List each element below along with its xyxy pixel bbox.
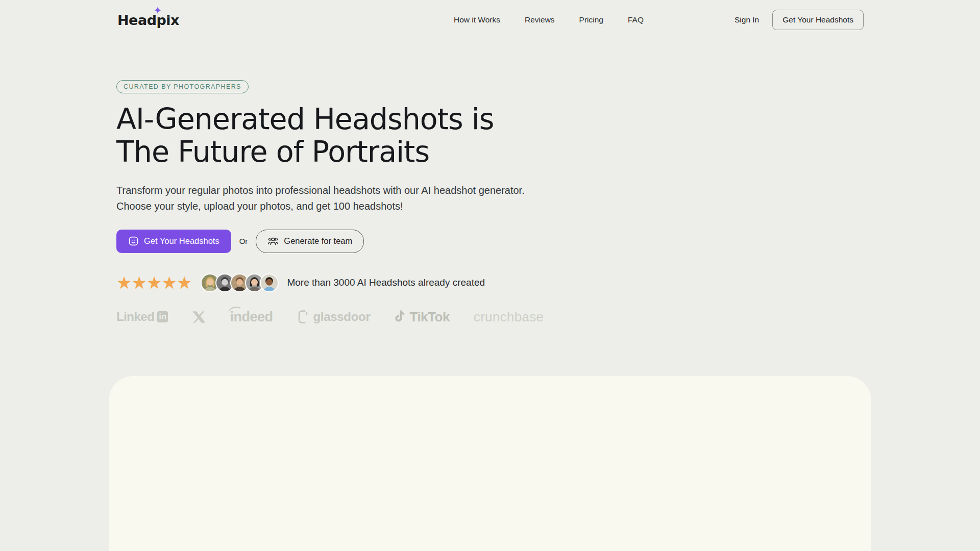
hero-description: Transform your regular photos into profe…: [116, 183, 980, 214]
content-panel: [109, 376, 871, 551]
indeed-logo: indeed: [230, 309, 273, 325]
tiktok-note-icon: [394, 310, 406, 324]
glassdoor-wordmark: glassdoor: [313, 310, 370, 324]
headpix-logo[interactable]: Headpix: [117, 12, 179, 28]
secondary-cta-label: Generate for team: [284, 236, 352, 246]
star-icon: ★: [146, 273, 161, 292]
title-line-2: The Future of Portraits: [116, 135, 980, 168]
sign-in-link[interactable]: Sign In: [734, 15, 759, 24]
cta-row: Get Your Headshots Or Generate for team: [116, 230, 980, 253]
brand-logo-strip: Linked in indeed glassdoor TikT: [116, 309, 980, 325]
linkedin-in-icon: in: [157, 311, 168, 322]
star-icon: ★: [116, 273, 131, 292]
hero-section: CURATED BY PHOTOGRAPHERS AI-Generated He…: [0, 35, 980, 325]
sparkle-icon: [154, 7, 161, 14]
linkedin-logo: Linked in: [116, 310, 168, 324]
avatar-stack: [201, 273, 279, 292]
generate-for-team-button[interactable]: Generate for team: [256, 230, 364, 253]
five-star-rating: ★★★★★: [116, 274, 191, 291]
crunchbase-wordmark: crunchbase: [474, 309, 544, 325]
main-nav: How it WorksReviewsPricingFAQ: [454, 15, 644, 24]
avatar: [260, 273, 279, 292]
nav-link-pricing[interactable]: Pricing: [579, 15, 603, 24]
glassdoor-logo: glassdoor: [297, 309, 370, 324]
nav-link-reviews[interactable]: Reviews: [525, 15, 555, 24]
x-logo: [192, 310, 206, 324]
hero-description-line-1: Transform your regular photos into profe…: [116, 183, 980, 198]
linkedin-wordmark: Linked: [116, 310, 154, 324]
get-your-headshots-button[interactable]: Get Your Headshots: [116, 230, 231, 253]
indeed-arc-icon: [229, 306, 241, 312]
page-title: AI-Generated Headshots is The Future of …: [116, 103, 980, 168]
header-get-headshots-button[interactable]: Get Your Headshots: [772, 10, 864, 30]
or-text: Or: [239, 237, 248, 245]
team-users-icon: [267, 236, 279, 247]
social-proof-row: ★★★★★: [116, 273, 980, 292]
hero-description-line-2: Choose your style, upload your photos, a…: [116, 198, 980, 214]
star-icon: ★: [131, 273, 146, 292]
header: Headpix How it WorksReviewsPricingFAQ Si…: [0, 0, 980, 35]
logo-text: Headpix: [117, 12, 179, 28]
primary-cta-label: Get Your Headshots: [144, 236, 219, 246]
smiley-photo-icon: [128, 236, 139, 246]
star-icon: ★: [177, 273, 191, 292]
star-icon: ★: [161, 273, 176, 292]
nav-link-faq[interactable]: FAQ: [628, 15, 644, 24]
header-right: Sign In Get Your Headshots: [734, 10, 864, 30]
social-proof-text: More than 3000 AI Headshots already crea…: [287, 277, 485, 288]
nav-link-how-it-works[interactable]: How it Works: [454, 15, 500, 24]
x-icon: [192, 310, 206, 324]
crunchbase-logo: crunchbase: [474, 309, 544, 325]
tiktok-logo: TikTok: [394, 309, 449, 325]
glassdoor-door-icon: [297, 309, 310, 324]
curated-badge: CURATED BY PHOTOGRAPHERS: [116, 80, 249, 93]
title-line-1: AI-Generated Headshots is: [116, 103, 980, 135]
tiktok-wordmark: TikTok: [409, 309, 449, 325]
